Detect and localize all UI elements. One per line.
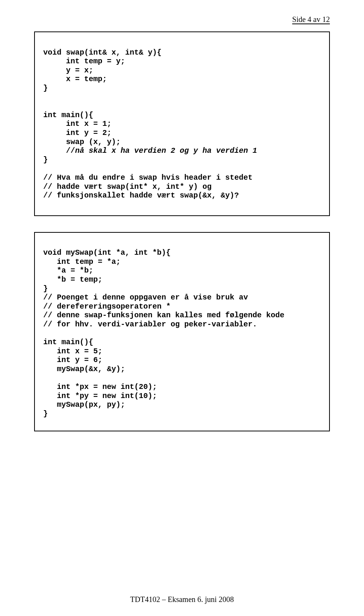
code-line: *a = *b; — [43, 266, 93, 275]
code-line: } — [43, 155, 48, 164]
code-line: // hadde vært swap(int* x, int* y) og — [43, 182, 212, 191]
code-line: // Hva må du endre i swap hvis header i … — [43, 173, 253, 182]
code-line: } — [43, 84, 48, 92]
code-line: void mySwap(int *a, int *b){ — [43, 248, 171, 257]
code-line: swap (x, y); — [43, 138, 121, 146]
code-line: mySwap(&x, &y); — [43, 365, 125, 373]
page: Side 4 av 12 void swap(int& x, int& y){ … — [0, 0, 364, 616]
code-box-2: void mySwap(int *a, int *b){ int temp = … — [34, 232, 330, 431]
code-line: int *py = new int(10); — [43, 392, 157, 400]
code-line: int temp = *a; — [43, 257, 121, 266]
code-line: x = temp; — [43, 75, 107, 83]
code-line: mySwap(px, py); — [43, 400, 125, 409]
code-line: int temp = y; — [43, 57, 125, 66]
code-line: int *px = new int(20); — [43, 382, 157, 391]
code-box-1: void swap(int& x, int& y){ int temp = y;… — [34, 31, 330, 216]
code-line: // denne swap-funksjonen kan kalles med … — [43, 311, 284, 320]
code-line: } — [43, 409, 48, 418]
code-line: int x = 1; — [43, 119, 111, 128]
code-line: // Poenget i denne oppgaven er å vise br… — [43, 293, 248, 302]
code-line: int main(){ — [43, 338, 93, 346]
page-number-header: Side 4 av 12 — [34, 15, 330, 24]
code-line: int main(){ — [43, 111, 93, 119]
code-line: int y = 6; — [43, 356, 102, 364]
page-footer: TDT4102 – Eksamen 6. juni 2008 — [0, 595, 364, 604]
code-comment-italic: nå skal x ha verdien 2 og y ha verdien 1 — [75, 146, 257, 155]
code-line: int y = 2; — [43, 129, 111, 137]
code-line: y = x; — [43, 66, 93, 75]
code-line: int x = 5; — [43, 347, 102, 356]
code-line: *b = temp; — [43, 275, 102, 284]
code-line: // — [43, 146, 75, 155]
code-line: void swap(int& x, int& y){ — [43, 48, 162, 57]
code-line: // for hhv. verdi-variabler og peker-var… — [43, 320, 257, 329]
code-line: } — [43, 284, 48, 293]
code-line: // derefereringsoperatoren * — [43, 302, 171, 311]
code-line: // funksjonskallet hadde vært swap(&x, &… — [43, 191, 239, 200]
